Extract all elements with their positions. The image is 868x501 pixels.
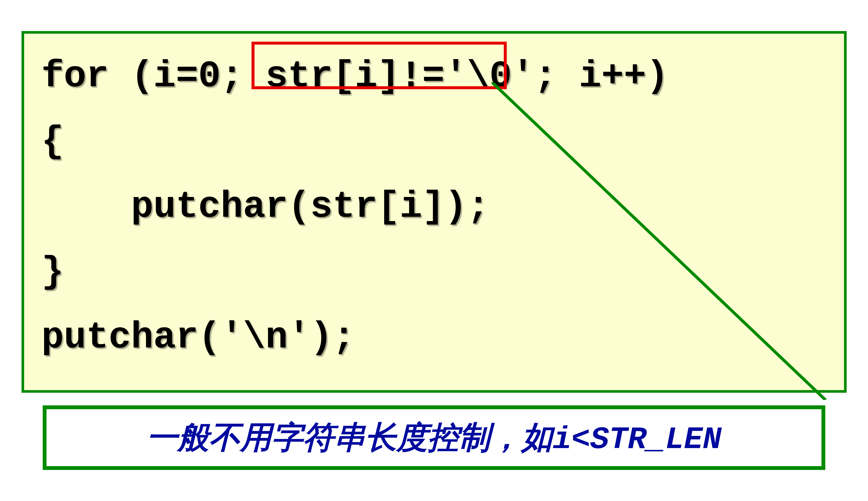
note-text-code: i<STR_LEN [553, 422, 721, 457]
note-box: 一般不用字符串长度控制，如i<STR_LEN [43, 405, 825, 470]
code-box: for (i=0; str[i]!='\0'; i++) { putchar(s… [22, 31, 847, 393]
code-line-1: for (i=0; str[i]!='\0'; i++) [42, 44, 827, 109]
code-line-3: putchar(str[i]); [42, 174, 827, 239]
note-text-cn: 一般不用字符串长度控制，如 [147, 420, 553, 455]
code-line1-post: ; i++) [534, 55, 668, 97]
code-line-2: { [42, 109, 827, 174]
code-line1-highlight: str[i]!='\0' [265, 55, 534, 97]
code-line1-pre: for (i=0; [42, 55, 265, 97]
code-line-5: putchar('\n'); [42, 305, 827, 370]
code-line-4: } [42, 239, 827, 305]
slide-container: for (i=0; str[i]!='\0'; i++) { putchar(s… [9, 31, 859, 470]
